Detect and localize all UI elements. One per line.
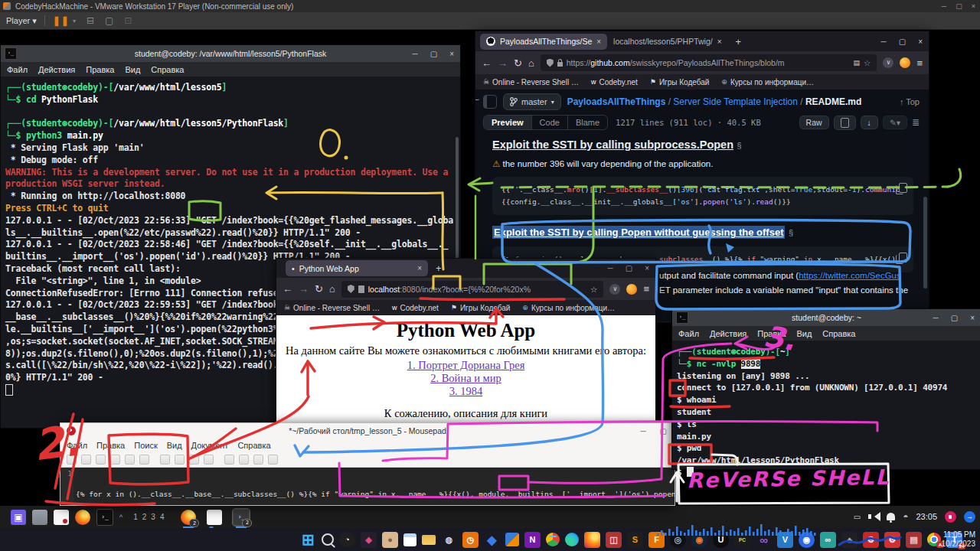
toolbar-button[interactable] [189, 455, 199, 465]
twitter-link[interactable]: https://twitter.com/SecGus [799, 271, 901, 280]
menu-item[interactable]: Файл [7, 65, 28, 74]
close-button[interactable]: × [918, 37, 923, 46]
firefox-window-button[interactable]: 2 [181, 510, 196, 525]
url-bar[interactable]: https://github.com/swisskyrepo/PayloadsA… [541, 54, 877, 71]
heading-subprocess-popen[interactable]: Exploit the SSTI by calling subprocess.P… [492, 138, 913, 152]
pocket-icon[interactable]: ∨ [609, 284, 620, 295]
terminal-scrollbar[interactable] [456, 137, 459, 267]
camera-app[interactable]: ◎ [670, 532, 686, 548]
maps-app[interactable]: ◉ [799, 532, 815, 548]
bookmark-item[interactable]: ⚑Игры Кодебай [451, 304, 511, 312]
send-ctrl-alt-del-icon[interactable]: ⊟ [87, 15, 94, 26]
menu-item[interactable]: Вид [125, 65, 140, 74]
new-tab-button[interactable]: + [736, 36, 742, 47]
terminal-window-button[interactable]: ›_2 [233, 509, 250, 526]
pause-vm-button[interactable]: ❚❚ [53, 15, 70, 26]
toolbar-button[interactable] [67, 455, 77, 465]
code-block-1[interactable]: {{''.__class__.mro()[1].__subclasses__()… [492, 177, 913, 215]
bookmark-item[interactable]: ☠Online - Reverse Shell … [483, 78, 579, 86]
obsidian-app[interactable]: ◍ [441, 532, 457, 548]
account-icon[interactable] [900, 57, 910, 68]
bookmark-item[interactable]: wCodeby.net [392, 304, 439, 312]
toolbar-button[interactable] [125, 455, 135, 465]
notifications-bell-icon[interactable] [887, 513, 895, 520]
anchor-link-icon[interactable]: § [737, 141, 742, 150]
close-button[interactable]: × [449, 50, 454, 58]
menu-hamburger-icon[interactable]: ≡ [916, 57, 923, 69]
menu-hamburger-icon[interactable]: ≡ [643, 283, 649, 295]
player-menu-button[interactable]: Player ▾ [6, 16, 37, 26]
nc-terminal-titlebar[interactable]: ›_ student@codeby: ~ ─ ▢ × [672, 309, 980, 326]
back-button[interactable]: ← [482, 57, 492, 69]
menu-item[interactable]: Вид [167, 441, 182, 450]
copy-raw-icon[interactable] [834, 116, 856, 130]
blender[interactable]: ◉ [691, 532, 707, 548]
start-button[interactable]: ⊞ [300, 532, 316, 548]
menu-item[interactable]: Правка [757, 329, 786, 338]
workspace-number[interactable]: 4 [160, 513, 165, 521]
book-link-3[interactable]: 3. 1984 [276, 385, 655, 398]
toolbar-button[interactable] [81, 455, 91, 465]
nc-terminal-output[interactable]: ┌──(student⊛codeby)-[~]└─$ nc -nvlp 9898… [672, 341, 980, 484]
firefox-launcher[interactable] [75, 510, 90, 525]
maximize-button[interactable]: ▢ [951, 314, 958, 322]
vmware-close-button[interactable]: × [972, 2, 975, 10]
gear-app-1[interactable]: ⚙ [863, 532, 879, 548]
menu-item[interactable]: Документ [191, 441, 229, 450]
url-bar[interactable]: localhost:8080/index?book={%%20for%20x% … [341, 281, 604, 298]
menu-item[interactable]: Правка [96, 441, 125, 450]
power-manager-icon[interactable]: ◓ [903, 511, 908, 522]
chrome[interactable] [546, 533, 560, 546]
volume-icon[interactable] [868, 512, 879, 521]
tab-close-icon[interactable]: × [717, 37, 722, 46]
tracking-shield-icon[interactable] [547, 59, 554, 67]
tab-payloadsallthethings[interactable]: PayloadsAllTheThings/Se× [480, 34, 607, 50]
breadcrumb-repo-link[interactable]: PayloadsAllTheThings [567, 96, 666, 107]
tab-localhost-phptwig[interactable]: localhost/lesson5/PHPTwig/× [607, 34, 727, 50]
edit-pencil-icon[interactable]: ✎▾ [883, 116, 907, 129]
heading-popen-offset[interactable]: Exploit the SSTI by calling Popen withou… [492, 225, 913, 239]
mousepad-window-button[interactable] [207, 510, 222, 525]
minimize-button[interactable]: ─ [413, 50, 418, 58]
anchor-link-icon[interactable]: § [789, 228, 793, 237]
workspace-number[interactable]: 1 [133, 513, 138, 521]
book-link-2[interactable]: 2. Война и мир [276, 372, 655, 385]
tab-close-icon[interactable]: × [596, 37, 601, 46]
maximize-button[interactable]: ▢ [899, 37, 906, 46]
close-button[interactable]: × [970, 314, 975, 322]
performance-widget[interactable]: ◔ [339, 532, 355, 548]
slides-app[interactable]: ▤ [906, 532, 922, 548]
account-icon[interactable] [626, 284, 637, 295]
download-icon[interactable]: ↓ [861, 116, 878, 129]
toolbar-button[interactable] [175, 455, 185, 465]
vm-clock[interactable]: 23:05 [916, 512, 937, 521]
vault-app[interactable]: ◫ [606, 532, 622, 548]
onenote[interactable]: N [524, 532, 541, 548]
vmware-maximize-button[interactable]: ▢ [956, 2, 962, 10]
windows-clock[interactable]: 11:05 PM 10/2/2023 [942, 530, 976, 548]
menu-item[interactable]: Вид [796, 329, 812, 338]
file-manager-launcher[interactable] [32, 510, 47, 525]
menu-item[interactable]: Справка [237, 441, 270, 450]
timer-app[interactable]: ◷ [462, 532, 479, 548]
mousepad-launcher[interactable] [54, 510, 69, 525]
minimize-button[interactable]: ─ [640, 427, 645, 435]
calendar-app[interactable] [403, 533, 416, 546]
vscode[interactable]: V [777, 532, 793, 548]
tracking-shield-icon[interactable] [348, 285, 354, 293]
outline-icon[interactable]: ≣ [912, 117, 920, 128]
visual-studio[interactable]: ∞ [756, 532, 772, 548]
menu-item[interactable]: Правка [86, 65, 114, 74]
unreal-engine[interactable]: U [713, 532, 729, 548]
github-scrollbar[interactable] [923, 197, 927, 289]
menu-item[interactable]: Файл [678, 329, 699, 338]
new-tab-button[interactable]: + [436, 262, 442, 274]
pocket-icon[interactable]: ∨ [883, 57, 893, 68]
home-button[interactable]: ⌂ [329, 283, 335, 295]
maximize-button[interactable]: ▢ [626, 264, 632, 272]
flask-terminal-titlebar[interactable]: ›_ student@codeby: /var/www/html/lesson5… [1, 45, 460, 62]
tab-code[interactable]: Code [531, 116, 567, 129]
bookmark-star-icon[interactable]: ☆ [864, 58, 871, 67]
toolbar-button[interactable] [160, 455, 170, 465]
breadcrumb-folder-link[interactable]: Server Side Template Injection [673, 96, 798, 107]
